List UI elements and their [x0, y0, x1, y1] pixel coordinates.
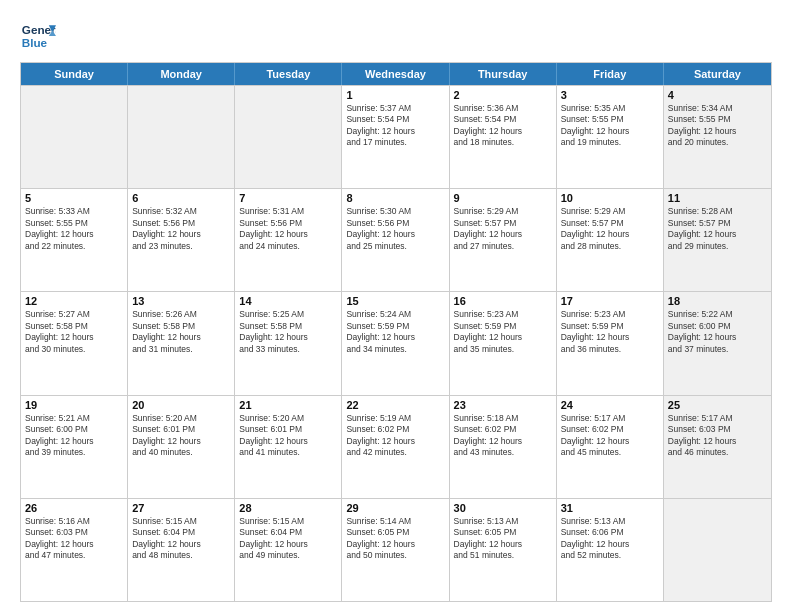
day-info: Sunrise: 5:17 AM Sunset: 6:02 PM Dayligh… — [561, 413, 659, 459]
day-info: Sunrise: 5:28 AM Sunset: 5:57 PM Dayligh… — [668, 206, 767, 252]
calendar-cell: 24Sunrise: 5:17 AM Sunset: 6:02 PM Dayli… — [557, 396, 664, 498]
day-number: 2 — [454, 89, 552, 101]
calendar-cell: 21Sunrise: 5:20 AM Sunset: 6:01 PM Dayli… — [235, 396, 342, 498]
day-info: Sunrise: 5:20 AM Sunset: 6:01 PM Dayligh… — [132, 413, 230, 459]
weekday-header-monday: Monday — [128, 63, 235, 85]
day-info: Sunrise: 5:13 AM Sunset: 6:05 PM Dayligh… — [454, 516, 552, 562]
calendar-cell: 8Sunrise: 5:30 AM Sunset: 5:56 PM Daylig… — [342, 189, 449, 291]
day-info: Sunrise: 5:21 AM Sunset: 6:00 PM Dayligh… — [25, 413, 123, 459]
calendar-cell — [21, 86, 128, 188]
calendar-cell: 27Sunrise: 5:15 AM Sunset: 6:04 PM Dayli… — [128, 499, 235, 601]
day-number: 27 — [132, 502, 230, 514]
day-info: Sunrise: 5:23 AM Sunset: 5:59 PM Dayligh… — [454, 309, 552, 355]
day-number: 7 — [239, 192, 337, 204]
day-number: 3 — [561, 89, 659, 101]
page: General Blue SundayMondayTuesdayWednesda… — [0, 0, 792, 612]
calendar-cell: 23Sunrise: 5:18 AM Sunset: 6:02 PM Dayli… — [450, 396, 557, 498]
day-number: 9 — [454, 192, 552, 204]
day-number: 13 — [132, 295, 230, 307]
calendar-cell: 26Sunrise: 5:16 AM Sunset: 6:03 PM Dayli… — [21, 499, 128, 601]
day-info: Sunrise: 5:35 AM Sunset: 5:55 PM Dayligh… — [561, 103, 659, 149]
day-info: Sunrise: 5:18 AM Sunset: 6:02 PM Dayligh… — [454, 413, 552, 459]
day-info: Sunrise: 5:25 AM Sunset: 5:58 PM Dayligh… — [239, 309, 337, 355]
weekday-header-tuesday: Tuesday — [235, 63, 342, 85]
calendar-cell: 3Sunrise: 5:35 AM Sunset: 5:55 PM Daylig… — [557, 86, 664, 188]
calendar-cell — [664, 499, 771, 601]
calendar-cell: 19Sunrise: 5:21 AM Sunset: 6:00 PM Dayli… — [21, 396, 128, 498]
day-number: 25 — [668, 399, 767, 411]
calendar-cell: 11Sunrise: 5:28 AM Sunset: 5:57 PM Dayli… — [664, 189, 771, 291]
calendar-body: 1Sunrise: 5:37 AM Sunset: 5:54 PM Daylig… — [21, 85, 771, 601]
calendar-cell: 13Sunrise: 5:26 AM Sunset: 5:58 PM Dayli… — [128, 292, 235, 394]
calendar: SundayMondayTuesdayWednesdayThursdayFrid… — [20, 62, 772, 602]
day-info: Sunrise: 5:36 AM Sunset: 5:54 PM Dayligh… — [454, 103, 552, 149]
weekday-header-thursday: Thursday — [450, 63, 557, 85]
day-number: 5 — [25, 192, 123, 204]
day-info: Sunrise: 5:29 AM Sunset: 5:57 PM Dayligh… — [561, 206, 659, 252]
day-info: Sunrise: 5:37 AM Sunset: 5:54 PM Dayligh… — [346, 103, 444, 149]
day-info: Sunrise: 5:32 AM Sunset: 5:56 PM Dayligh… — [132, 206, 230, 252]
calendar-cell — [235, 86, 342, 188]
day-info: Sunrise: 5:13 AM Sunset: 6:06 PM Dayligh… — [561, 516, 659, 562]
day-number: 20 — [132, 399, 230, 411]
day-info: Sunrise: 5:15 AM Sunset: 6:04 PM Dayligh… — [132, 516, 230, 562]
day-number: 22 — [346, 399, 444, 411]
day-number: 31 — [561, 502, 659, 514]
calendar-row-0: 1Sunrise: 5:37 AM Sunset: 5:54 PM Daylig… — [21, 85, 771, 188]
calendar-cell: 22Sunrise: 5:19 AM Sunset: 6:02 PM Dayli… — [342, 396, 449, 498]
day-number: 26 — [25, 502, 123, 514]
calendar-cell: 20Sunrise: 5:20 AM Sunset: 6:01 PM Dayli… — [128, 396, 235, 498]
day-info: Sunrise: 5:31 AM Sunset: 5:56 PM Dayligh… — [239, 206, 337, 252]
calendar-cell: 6Sunrise: 5:32 AM Sunset: 5:56 PM Daylig… — [128, 189, 235, 291]
weekday-header-sunday: Sunday — [21, 63, 128, 85]
day-number: 17 — [561, 295, 659, 307]
calendar-cell: 18Sunrise: 5:22 AM Sunset: 6:00 PM Dayli… — [664, 292, 771, 394]
day-number: 12 — [25, 295, 123, 307]
calendar-cell: 10Sunrise: 5:29 AM Sunset: 5:57 PM Dayli… — [557, 189, 664, 291]
weekday-header-wednesday: Wednesday — [342, 63, 449, 85]
day-number: 15 — [346, 295, 444, 307]
day-number: 18 — [668, 295, 767, 307]
day-info: Sunrise: 5:19 AM Sunset: 6:02 PM Dayligh… — [346, 413, 444, 459]
day-info: Sunrise: 5:17 AM Sunset: 6:03 PM Dayligh… — [668, 413, 767, 459]
calendar-cell: 5Sunrise: 5:33 AM Sunset: 5:55 PM Daylig… — [21, 189, 128, 291]
day-info: Sunrise: 5:30 AM Sunset: 5:56 PM Dayligh… — [346, 206, 444, 252]
day-number: 8 — [346, 192, 444, 204]
day-info: Sunrise: 5:16 AM Sunset: 6:03 PM Dayligh… — [25, 516, 123, 562]
day-info: Sunrise: 5:33 AM Sunset: 5:55 PM Dayligh… — [25, 206, 123, 252]
calendar-cell: 7Sunrise: 5:31 AM Sunset: 5:56 PM Daylig… — [235, 189, 342, 291]
day-number: 23 — [454, 399, 552, 411]
day-number: 10 — [561, 192, 659, 204]
calendar-cell: 2Sunrise: 5:36 AM Sunset: 5:54 PM Daylig… — [450, 86, 557, 188]
calendar-cell: 30Sunrise: 5:13 AM Sunset: 6:05 PM Dayli… — [450, 499, 557, 601]
day-number: 24 — [561, 399, 659, 411]
svg-text:Blue: Blue — [22, 36, 48, 49]
calendar-cell: 14Sunrise: 5:25 AM Sunset: 5:58 PM Dayli… — [235, 292, 342, 394]
calendar-cell: 29Sunrise: 5:14 AM Sunset: 6:05 PM Dayli… — [342, 499, 449, 601]
day-number: 1 — [346, 89, 444, 101]
header: General Blue — [20, 18, 772, 54]
day-info: Sunrise: 5:27 AM Sunset: 5:58 PM Dayligh… — [25, 309, 123, 355]
calendar-header: SundayMondayTuesdayWednesdayThursdayFrid… — [21, 63, 771, 85]
day-number: 21 — [239, 399, 337, 411]
day-number: 4 — [668, 89, 767, 101]
day-number: 16 — [454, 295, 552, 307]
logo-icon: General Blue — [20, 18, 56, 54]
day-info: Sunrise: 5:14 AM Sunset: 6:05 PM Dayligh… — [346, 516, 444, 562]
day-number: 6 — [132, 192, 230, 204]
calendar-cell: 12Sunrise: 5:27 AM Sunset: 5:58 PM Dayli… — [21, 292, 128, 394]
day-info: Sunrise: 5:34 AM Sunset: 5:55 PM Dayligh… — [668, 103, 767, 149]
calendar-row-1: 5Sunrise: 5:33 AM Sunset: 5:55 PM Daylig… — [21, 188, 771, 291]
calendar-cell — [128, 86, 235, 188]
calendar-cell: 9Sunrise: 5:29 AM Sunset: 5:57 PM Daylig… — [450, 189, 557, 291]
day-number: 29 — [346, 502, 444, 514]
calendar-cell: 17Sunrise: 5:23 AM Sunset: 5:59 PM Dayli… — [557, 292, 664, 394]
weekday-header-saturday: Saturday — [664, 63, 771, 85]
calendar-cell: 16Sunrise: 5:23 AM Sunset: 5:59 PM Dayli… — [450, 292, 557, 394]
day-number: 28 — [239, 502, 337, 514]
calendar-row-2: 12Sunrise: 5:27 AM Sunset: 5:58 PM Dayli… — [21, 291, 771, 394]
calendar-cell: 1Sunrise: 5:37 AM Sunset: 5:54 PM Daylig… — [342, 86, 449, 188]
day-number: 19 — [25, 399, 123, 411]
day-info: Sunrise: 5:24 AM Sunset: 5:59 PM Dayligh… — [346, 309, 444, 355]
day-info: Sunrise: 5:22 AM Sunset: 6:00 PM Dayligh… — [668, 309, 767, 355]
